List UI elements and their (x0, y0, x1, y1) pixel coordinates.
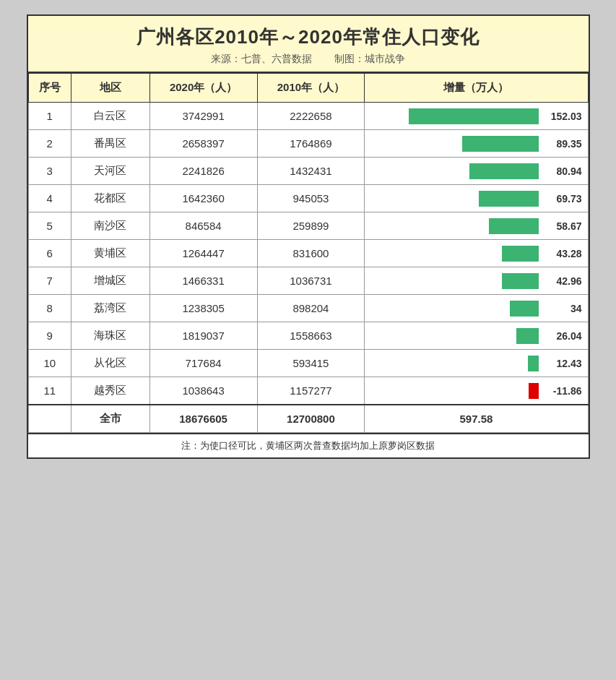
cell-area: 从化区 (71, 350, 150, 377)
total-cell-no (28, 405, 71, 433)
cell-no: 11 (28, 377, 71, 405)
total-cell-increase: 597.58 (365, 405, 588, 433)
main-container: 广州各区2010年～2020年常住人口变化 来源：七普、六普数据 制图：城市战争… (27, 14, 590, 459)
table-row: 1白云区37429912222658152.03 (28, 103, 588, 130)
increase-value: 58.67 (542, 220, 582, 232)
increase-value: 12.43 (542, 358, 582, 369)
cell-area: 增城区 (71, 267, 150, 295)
bar-chart (502, 273, 539, 289)
increase-value: 152.03 (542, 111, 582, 122)
note-section: 注：为使口径可比，黄埔区两次普查数据均加上原萝岗区数据 (28, 433, 589, 457)
header-increase: 增量（万人） (365, 74, 588, 103)
cell-area: 越秀区 (71, 377, 150, 405)
bar-chart (516, 328, 539, 344)
total-cell-2020: 18676605 (149, 405, 257, 433)
cell-increase: 34 (365, 295, 588, 322)
cell-no: 1 (28, 103, 71, 130)
cell-no: 3 (28, 158, 71, 185)
note-text: 注：为使口径可比，黄埔区两次普查数据均加上原萝岗区数据 (181, 440, 435, 451)
cell-2020: 1264447 (149, 240, 257, 267)
increase-value: 42.96 (542, 275, 582, 287)
total-cell-area: 全市 (71, 405, 150, 433)
cell-increase: 80.94 (365, 158, 588, 185)
cell-area: 荔湾区 (71, 295, 150, 322)
cell-2020: 2658397 (149, 130, 257, 158)
cell-area: 花都区 (71, 185, 150, 212)
bar-chart (469, 163, 539, 179)
cell-increase: 152.03 (365, 103, 588, 130)
cell-area: 南沙区 (71, 212, 150, 240)
cell-2020: 1642360 (149, 185, 257, 212)
table-row: 6黄埔区126444783160043.28 (28, 240, 588, 267)
bar-chart (462, 136, 539, 152)
cell-area: 黄埔区 (71, 240, 150, 267)
increase-value: 34 (542, 303, 582, 314)
increase-value: 69.73 (542, 193, 582, 205)
title-section: 广州各区2010年～2020年常住人口变化 来源：七普、六普数据 制图：城市战争 (28, 16, 589, 73)
table-row: 4花都区164236094505369.73 (28, 185, 588, 212)
cell-area: 天河区 (71, 158, 150, 185)
cell-increase: 42.96 (365, 267, 588, 295)
bar-chart (502, 246, 539, 262)
cell-2020: 846584 (149, 212, 257, 240)
cell-2010: 593415 (257, 350, 365, 377)
cell-2020: 1466331 (149, 267, 257, 295)
increase-value: 89.35 (542, 138, 582, 150)
header-row: 序号 地区 2020年（人） 2010年（人） 增量（万人） (28, 74, 588, 103)
table-row: 11越秀区10386431157277-11.86 (28, 377, 588, 405)
cell-no: 7 (28, 267, 71, 295)
table-row: 7增城区1466331103673142.96 (28, 267, 588, 295)
cell-no: 10 (28, 350, 71, 377)
cell-2020: 717684 (149, 350, 257, 377)
cell-2010: 2222658 (257, 103, 365, 130)
cell-2010: 1764869 (257, 130, 365, 158)
author-label: 制图：城市战争 (334, 53, 405, 64)
main-title: 广州各区2010年～2020年常住人口变化 (35, 25, 581, 50)
cell-2010: 1157277 (257, 377, 365, 405)
cell-area: 番禺区 (71, 130, 150, 158)
cell-2020: 1038643 (149, 377, 257, 405)
sub-title: 来源：七普、六普数据 制图：城市战争 (35, 53, 581, 66)
table-row: 8荔湾区123830589820434 (28, 295, 588, 322)
table-row: 2番禺区2658397176486989.35 (28, 130, 588, 158)
cell-increase: 58.67 (365, 212, 588, 240)
increase-value: 26.04 (542, 330, 582, 342)
cell-area: 白云区 (71, 103, 150, 130)
cell-2010: 898204 (257, 295, 365, 322)
bar-chart (529, 383, 539, 399)
header-2010: 2010年（人） (257, 74, 365, 103)
cell-no: 4 (28, 185, 71, 212)
table-body: 1白云区37429912222658152.032番禺区265839717648… (28, 103, 588, 433)
cell-2010: 831600 (257, 240, 365, 267)
bar-chart (510, 301, 539, 317)
header-2020: 2020年（人） (149, 74, 257, 103)
total-cell-2010: 12700800 (257, 405, 365, 433)
cell-increase: -11.86 (365, 377, 588, 405)
increase-value: -11.86 (542, 385, 582, 397)
increase-value: 43.28 (542, 248, 582, 259)
cell-no: 9 (28, 322, 71, 350)
cell-2010: 945053 (257, 185, 365, 212)
cell-2010: 1558663 (257, 322, 365, 350)
cell-2020: 1238305 (149, 295, 257, 322)
cell-no: 6 (28, 240, 71, 267)
table-row: 3天河区2241826143243180.94 (28, 158, 588, 185)
data-table: 序号 地区 2020年（人） 2010年（人） 增量（万人） 1白云区37429… (28, 73, 589, 433)
cell-increase: 43.28 (365, 240, 588, 267)
bar-chart (409, 108, 539, 124)
cell-no: 2 (28, 130, 71, 158)
cell-increase: 89.35 (365, 130, 588, 158)
table-row: 9海珠区1819037155866326.04 (28, 322, 588, 350)
cell-increase: 12.43 (365, 350, 588, 377)
total-row: 全市1867660512700800597.58 (28, 405, 588, 433)
cell-2020: 2241826 (149, 158, 257, 185)
table-row: 5南沙区84658425989958.67 (28, 212, 588, 240)
bar-chart (528, 356, 539, 371)
bar-chart (479, 191, 539, 207)
cell-no: 8 (28, 295, 71, 322)
header-area: 地区 (71, 74, 150, 103)
cell-2020: 1819037 (149, 322, 257, 350)
cell-no: 5 (28, 212, 71, 240)
cell-2010: 1432431 (257, 158, 365, 185)
cell-2020: 3742991 (149, 103, 257, 130)
